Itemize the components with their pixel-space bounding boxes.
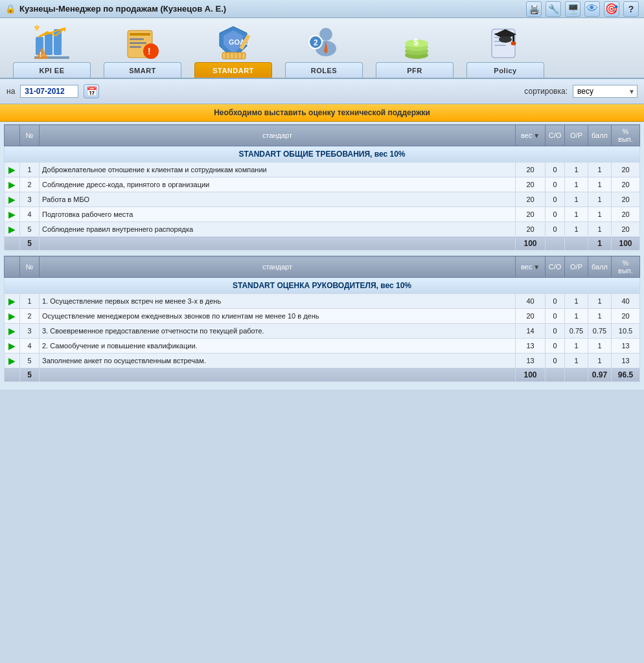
total-op [565,237,588,251]
table-row: ▶ 4 2. Самообучение и повышение квалифик… [5,339,640,354]
total-pct-2: 96.5 [612,368,640,382]
row-co: 0 [546,207,565,222]
play-icon[interactable]: ▶ [8,296,16,306]
row-arrow[interactable]: ▶ [5,163,20,177]
play-icon[interactable]: ▶ [8,194,16,205]
tab-kpi[interactable]: ! KPI ЕЕ [6,23,97,78]
row-ball: 1 [588,294,612,309]
sort-select[interactable]: весу номеру баллу [573,85,638,98]
tab-standart-label[interactable]: STANDART [194,62,272,78]
th-weight-2[interactable]: вес ▼ [516,256,546,278]
tab-policy-label[interactable]: Policy [466,62,544,78]
play-icon[interactable]: ▶ [8,341,16,351]
weight-sort-arrow-2: ▼ [533,264,540,271]
svg-rect-11 [130,33,150,36]
play-icon[interactable]: ▶ [8,209,16,219]
row-ball: 1 [588,207,612,222]
row-op: 1 [565,222,588,237]
row-weight: 13 [516,354,546,368]
total-arrow [5,237,20,251]
row-arrow[interactable]: ▶ [5,294,20,309]
target-button[interactable]: 🎯 [604,1,619,17]
section-header-1: STANDART ОБЩИЕ ТРЕБОВАНИЯ, вес 10% [5,146,640,163]
row-co: 0 [546,192,565,207]
kpi-icon: ! [32,23,71,62]
row-standard: Подготовка рабочего места [40,207,516,222]
tab-standart[interactable]: GOAL STANDART [188,23,279,78]
th-op-2: О/Р [565,256,588,278]
row-standard: 2. Самообучение и повышение квалификации… [40,339,516,354]
total-row-2: 5 100 0.97 96.5 [5,368,640,382]
table-row: ▶ 5 Заполнение анкет по осуществленным в… [5,354,640,368]
play-icon[interactable]: ▶ [8,224,16,234]
tools-button[interactable]: 🔧 [546,1,561,17]
row-weight: 20 [516,222,546,237]
tab-kpi-label[interactable]: KPI ЕЕ [13,62,91,78]
row-ball: 1 [588,354,612,368]
table-header-row-1: № стандарт вес ▼ С/О О [5,125,640,146]
row-arrow[interactable]: ▶ [5,177,20,192]
tab-pfr-label[interactable]: PFR [376,62,454,78]
eye-button[interactable]: 👁 [584,1,600,17]
help-button[interactable]: ? [623,1,639,17]
main-content: № стандарт вес ▼ С/О О [0,122,644,390]
th-ball-1: балл [588,125,612,146]
total-co-2 [546,368,565,382]
svg-rect-7 [36,25,38,30]
row-co: 0 [546,339,565,354]
row-pct: 20 [612,192,640,207]
title-bar: 🔒 Кузнецы-Менеджер по продажам (Кузнецов… [0,0,644,18]
tab-smart-label[interactable]: SMART [104,62,181,78]
table-section-1: № стандарт вес ▼ С/О О [4,124,640,251]
th-pct-2: % вып. [612,256,640,278]
row-pct: 20 [612,163,640,177]
tabs-icon-area: ! KPI ЕЕ ! SMART GOAL [0,18,644,79]
play-icon[interactable]: ▶ [8,311,16,321]
date-input[interactable] [20,85,78,98]
play-icon[interactable]: ▶ [8,326,16,336]
total-op-2 [565,368,588,382]
row-arrow[interactable]: ▶ [5,339,20,354]
row-num: 3 [20,324,40,339]
total-co [546,237,565,251]
play-icon[interactable]: ▶ [8,355,16,366]
row-weight: 20 [516,177,546,192]
app-title: Кузнецы-Менеджер по продажам (Кузнецов А… [19,4,226,14]
row-pct: 40 [612,294,640,309]
tab-smart[interactable]: ! SMART [97,23,188,78]
total-ball-2: 0.97 [588,368,612,382]
monitor-button[interactable]: 🖥️ [565,1,581,17]
row-op: 1 [565,339,588,354]
play-icon[interactable]: ▶ [8,164,16,175]
svg-rect-13 [130,42,146,44]
row-arrow[interactable]: ▶ [5,324,20,339]
row-co: 0 [546,324,565,339]
calendar-button[interactable]: 📅 [84,84,99,98]
row-weight: 20 [516,309,546,324]
weight-sort-arrow-1: ▼ [533,132,540,139]
policy-icon [486,23,525,62]
table-row: ▶ 2 Соблюдение дресс-кода, принятого в о… [5,177,640,192]
th-weight-1[interactable]: вес ▼ [516,125,546,146]
section-title-2: STANDART ОЦЕНКА РУКОВОДИТЕЛЯ, вес 10% [5,278,640,294]
tab-policy[interactable]: Policy [460,23,551,78]
tab-roles[interactable]: 2 ROLES [279,23,369,78]
tab-roles-label[interactable]: ROLES [285,62,363,78]
print-button[interactable]: 🖨️ [526,1,542,17]
row-arrow[interactable]: ▶ [5,222,20,237]
svg-text:$: $ [413,37,419,47]
row-arrow[interactable]: ▶ [5,192,20,207]
th-arrow-1 [5,125,20,146]
row-ball: 1 [588,309,612,324]
row-arrow[interactable]: ▶ [5,207,20,222]
row-op: 1 [565,177,588,192]
row-pct: 20 [612,177,640,192]
section-header-2: STANDART ОЦЕНКА РУКОВОДИТЕЛЯ, вес 10% [5,278,640,294]
svg-rect-41 [494,45,506,46]
row-arrow[interactable]: ▶ [5,354,20,368]
play-icon[interactable]: ▶ [8,179,16,190]
tab-pfr[interactable]: $ PFR [369,23,460,78]
row-arrow[interactable]: ▶ [5,309,20,324]
row-co: 0 [546,177,565,192]
toolbar-area: на 📅 сортировка: весу номеру баллу [0,79,644,104]
